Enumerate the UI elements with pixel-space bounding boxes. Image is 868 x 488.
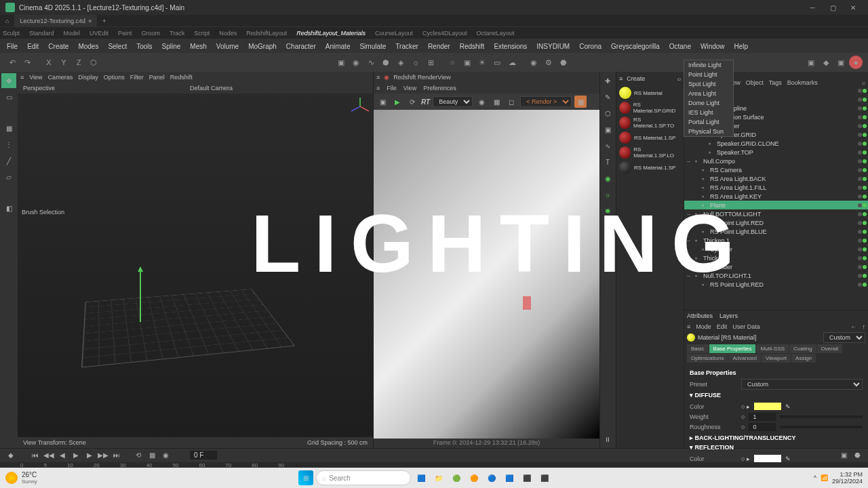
renderview-burger[interactable]: ≡ <box>376 85 380 92</box>
cube-icon[interactable]: ▣ <box>334 56 348 69</box>
rough-slider[interactable] <box>780 426 863 428</box>
key-icon[interactable]: ◆ <box>819 56 833 69</box>
mat-create[interactable]: Create <box>627 75 645 82</box>
sub-overall[interactable]: Overall <box>817 344 842 353</box>
app-other[interactable]: ⬛ <box>537 470 552 485</box>
sky-icon[interactable]: ☁ <box>505 56 519 69</box>
object-row[interactable]: ▫RS Area Light.KEY <box>684 192 868 201</box>
rv-refresh-icon[interactable]: ⟳ <box>406 96 418 108</box>
tree-toggle-icon[interactable]: – <box>687 272 694 279</box>
vp-menu-display[interactable]: Display <box>78 74 98 81</box>
sub-coating[interactable]: Coating <box>789 344 816 353</box>
rv-crop-icon[interactable]: ◻ <box>505 96 517 108</box>
obj-search-icon[interactable]: ⌕ <box>862 79 865 86</box>
document-tab[interactable]: Lecture12-Texturing.c4d× <box>14 15 97 26</box>
text-tool-icon[interactable]: T <box>600 155 615 169</box>
material-item[interactable]: RS Material.1.SP <box>616 160 684 175</box>
taskbar-tray[interactable]: ^ 📶 1:32 PM 29/12/2024 <box>814 471 863 485</box>
vp-menu-filter[interactable]: Filter <box>130 74 144 81</box>
maximize-button[interactable]: ▢ <box>823 1 842 14</box>
current-frame[interactable]: 0 F <box>190 451 217 460</box>
rv-play-icon[interactable]: ▶ <box>391 96 403 108</box>
layout-redshift-mats[interactable]: RedshiftLayout_Materials <box>296 30 366 37</box>
sub-basic[interactable]: Basic <box>687 344 709 353</box>
prev-key-icon[interactable]: ◀◀ <box>43 450 54 461</box>
rs-sun-icon[interactable]: ✺ <box>600 203 615 218</box>
object-row[interactable]: –▫Null.TOP.LIGHT.1 <box>684 271 868 280</box>
next-frame-icon[interactable]: ▶ <box>84 450 95 461</box>
edge-mode-icon[interactable]: ╱ <box>1 153 16 168</box>
light-icon[interactable]: ☀ <box>475 56 489 69</box>
rv-rt[interactable]: RT <box>421 98 430 106</box>
obj-bookmarks[interactable]: Bookmarks <box>787 79 818 86</box>
autokey-icon[interactable]: ◉ <box>160 450 171 461</box>
key-icon[interactable]: ◆ <box>5 450 16 461</box>
menu-spline[interactable]: Spline <box>158 41 185 52</box>
scene-icon[interactable]: ☼ <box>409 56 422 69</box>
material-item[interactable]: RS Material.1.SP.LO <box>616 145 684 160</box>
material-item[interactable]: RS Material.1.SP <box>616 130 684 145</box>
tray-wifi-icon[interactable]: 📶 <box>821 474 828 481</box>
axis-x[interactable]: X <box>42 56 56 69</box>
prev-frame-icon[interactable]: ◀ <box>57 450 68 461</box>
vp-menu-options[interactable]: Options <box>104 74 125 81</box>
material-item[interactable]: RS Material <box>616 85 684 100</box>
vp-menu-view[interactable]: View <box>29 74 42 81</box>
menu-tracker[interactable]: Tracker <box>391 41 422 52</box>
point-mode-icon[interactable]: ⋮ <box>1 137 16 152</box>
object-row[interactable]: ▫Speaker.GRID.CLONE <box>684 139 868 148</box>
add-icon[interactable]: ✚ <box>600 73 615 88</box>
record-icon[interactable]: ▣ <box>804 56 818 69</box>
menu-edit[interactable]: Edit <box>23 41 43 52</box>
render-canvas[interactable] <box>374 110 599 439</box>
menu-corona[interactable]: Corona <box>575 41 606 52</box>
menu-redshift[interactable]: Redshift <box>456 41 489 52</box>
rv-snapshot-icon[interactable]: ◉ <box>475 96 488 108</box>
viewport-camera[interactable]: Default Camera <box>190 85 233 92</box>
light-menu-item[interactable]: Infinite Light <box>684 60 733 70</box>
layout-uvedit[interactable]: UVEdit <box>90 30 108 37</box>
rv-prefs[interactable]: Preferences <box>423 85 456 92</box>
object-row[interactable]: ▫Cylinder <box>684 262 868 271</box>
menu-modes[interactable]: Modes <box>74 41 102 52</box>
redo-button[interactable]: ↷ <box>20 56 34 69</box>
object-row[interactable]: ▫RS Point Light.BLUE <box>684 227 868 236</box>
pause-icon[interactable]: ⏸ <box>600 432 615 447</box>
object-row[interactable]: ▫RS Point Light.RED <box>684 218 868 227</box>
section-back[interactable]: ▸ BACK-LIGHTING/TRANSLUCENCY <box>690 434 863 441</box>
spline-tool-icon[interactable]: ∿ <box>600 138 615 153</box>
object-row[interactable]: ▫RS Area Light.1.FILL <box>684 183 868 192</box>
menu-window[interactable]: Window <box>696 41 729 52</box>
object-row[interactable]: ▫Speaker.TOP <box>684 148 868 157</box>
light-menu-item[interactable]: Dome Light <box>684 98 733 108</box>
timeline-icon[interactable]: ● <box>849 56 863 69</box>
attr-burger[interactable]: ≡ <box>687 323 690 330</box>
menu-volume[interactable]: Volume <box>212 41 243 52</box>
close-button[interactable]: ✕ <box>844 1 863 14</box>
taskbar-search[interactable]: ⌕ Search <box>316 470 411 485</box>
model-mode-icon[interactable]: ▦ <box>1 121 16 136</box>
app-chrome[interactable]: 🟢 <box>449 470 464 485</box>
render-pv-icon[interactable]: ⬣ <box>852 450 863 461</box>
app-store[interactable]: 🟦 <box>502 470 517 485</box>
layout-sculpt[interactable]: Sculpt <box>3 30 20 37</box>
attr-mode[interactable]: Mode <box>696 323 711 330</box>
menu-mesh[interactable]: Mesh <box>186 41 210 52</box>
field-icon[interactable]: ⊞ <box>424 56 437 69</box>
mat-search-icon[interactable]: ⌕ <box>677 75 681 82</box>
undo-button[interactable]: ↶ <box>5 56 19 69</box>
deformer-icon[interactable]: ◈ <box>394 56 408 69</box>
tree-toggle-icon[interactable]: – <box>687 211 694 218</box>
layout-course[interactable]: CourseLayout <box>375 30 413 37</box>
app-copilot[interactable]: 🟦 <box>414 470 429 485</box>
section-diffuse[interactable]: ▾ DIFFUSE <box>690 392 863 399</box>
light-menu-item[interactable]: Area Light <box>684 89 733 98</box>
layout-paint[interactable]: Paint <box>118 30 132 37</box>
layout-groom[interactable]: Groom <box>142 30 161 37</box>
layout-nodes[interactable]: Nodes <box>219 30 237 37</box>
live-select-tool[interactable]: ▭ <box>1 89 16 104</box>
nodes-icon[interactable]: ⬡ <box>600 106 615 121</box>
sub-adv[interactable]: Advanced <box>728 354 761 363</box>
attr-edit[interactable]: Edit <box>717 323 728 330</box>
home-tab[interactable]: ⌂ <box>0 15 14 26</box>
